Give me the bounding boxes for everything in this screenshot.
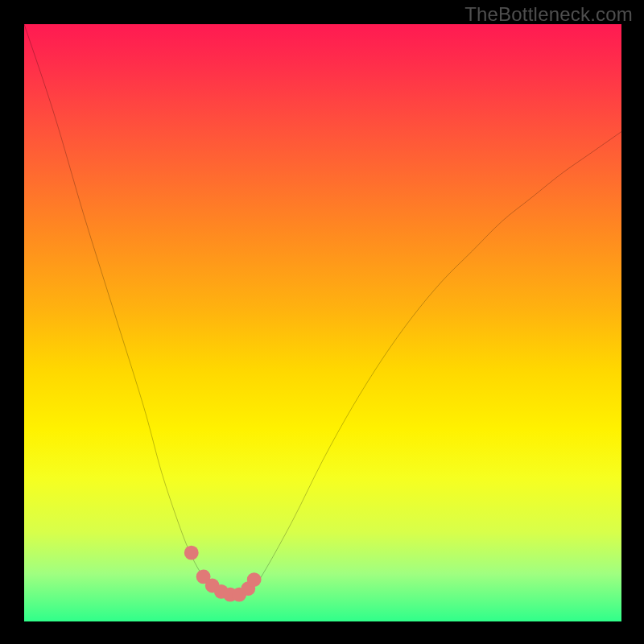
bottleneck-curve (24, 24, 621, 596)
curve-svg (24, 24, 621, 621)
optimal-marker (184, 546, 199, 560)
watermark-text: TheBottleneck.com (464, 3, 633, 26)
optimal-marker (247, 572, 262, 587)
marker-group (184, 546, 262, 602)
outer-frame: TheBottleneck.com (0, 0, 644, 644)
